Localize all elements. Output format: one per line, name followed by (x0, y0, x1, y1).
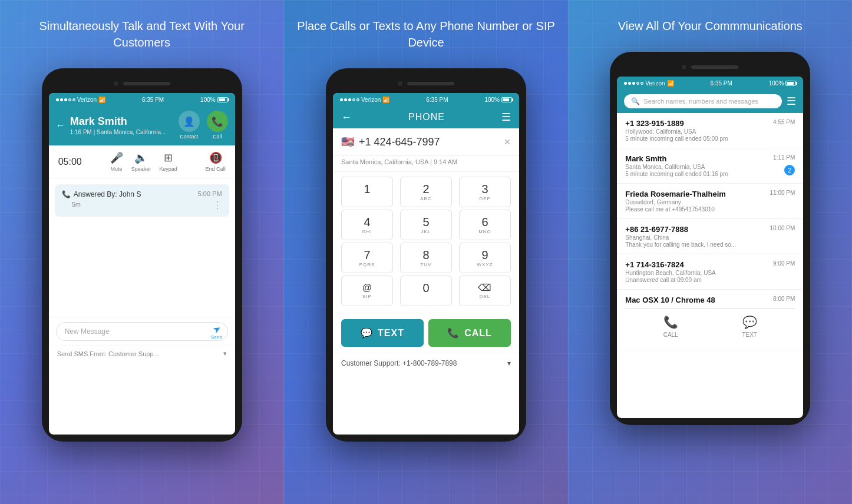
key-at[interactable]: @ SIP (341, 276, 393, 306)
call-duration: 5m (72, 201, 141, 208)
caller-id-row[interactable]: Customer Support: +1-800-789-7898 ▾ (333, 353, 519, 373)
phone-screen-right: Verizon 📶 6:35 PM 100% 🔍 Search names, n… (617, 77, 803, 418)
wifi-icon-right: 📶 (667, 80, 674, 87)
text-button[interactable]: 💬 TEXT (341, 319, 424, 347)
caller-id-label: Customer Support: +1-800-789-7898 (341, 359, 457, 367)
key-0[interactable]: 0 (400, 276, 452, 306)
end-call-icon: 📵 (209, 151, 222, 164)
status-left-r: Verizon 📶 (624, 80, 673, 87)
status-right-m: 100% (484, 97, 512, 103)
message-input[interactable]: New Message (56, 322, 228, 341)
contact-label: Contact (180, 134, 198, 140)
speaker-right (691, 65, 738, 69)
key-6[interactable]: 6 MNO (459, 210, 511, 240)
key-7[interactable]: 7 PQRS (341, 243, 393, 273)
carrier-left: Verizon (77, 97, 97, 103)
camera-middle (398, 81, 402, 86)
call-log-item: 📞 Answered By: John S 5m 5:00 PM ⋮ (55, 184, 229, 217)
footer-text-icon: 💬 (742, 315, 757, 329)
camera-right (682, 65, 686, 69)
call-button-header[interactable]: 📞 Call (207, 111, 228, 140)
comm-name-1: Mark Smith (625, 154, 795, 163)
status-left-m: Verizon 📶 (340, 97, 389, 103)
key-1[interactable]: 1 (341, 177, 393, 207)
dot3 (64, 98, 67, 101)
end-call-button[interactable]: 📵 End Call (206, 151, 226, 172)
log-more-icon[interactable]: ⋮ (213, 200, 222, 211)
comm-desc-2: Please call me at +495417543010 (625, 206, 795, 213)
contact-button[interactable]: 👤 Contact (179, 111, 200, 140)
key-4[interactable]: 4 GHI (341, 210, 393, 240)
sms-from-bar[interactable]: Send SMS From: Customer Supp... ▾ (49, 346, 235, 361)
call-button[interactable]: 📞 CALL (428, 319, 511, 347)
keypad-icon: ⊞ (164, 151, 173, 164)
dot4 (68, 98, 71, 101)
phone-notch-left (49, 75, 235, 92)
key-3[interactable]: 3 DEF (459, 177, 511, 207)
search-box[interactable]: 🔍 Search names, numbers and messages (624, 94, 782, 108)
speaker-button[interactable]: 🔈 Speaker (131, 151, 151, 172)
comm-item-2[interactable]: Frieda Rosemarie-Thalheim Dusseldorf, Ge… (617, 184, 803, 219)
comm-desc-1: 5 minute incoming call ended 01:16 pm (625, 171, 795, 177)
control-items: 🎤 Mute 🔈 Speaker ⊞ Keypad (110, 151, 177, 172)
wifi-icon-middle: 📶 (382, 97, 389, 103)
call-timer: 05:00 (58, 157, 82, 167)
speaker-middle (407, 82, 454, 85)
phone-screen-middle: Verizon 📶 6:35 PM 100% ← PHONE ☰ (333, 93, 519, 435)
dot2 (60, 98, 63, 101)
mute-button[interactable]: 🎤 Mute (110, 151, 123, 172)
comm-location-4: Huntington Beach, California, USA (625, 270, 795, 276)
text-btn-icon: 💬 (361, 327, 373, 339)
battery-left (217, 97, 228, 102)
dialer-header: ← PHONE ☰ (333, 106, 519, 128)
log-right: 5:00 PM ⋮ (198, 190, 222, 211)
comm-time-5: 8:00 PM (773, 296, 795, 302)
back-arrow-icon[interactable]: ← (56, 120, 65, 131)
key-5[interactable]: 5 JKL (400, 210, 452, 240)
footer-text-action[interactable]: 💬 TEXT (742, 315, 757, 338)
phone-right: Verizon 📶 6:35 PM 100% 🔍 Search names, n… (610, 52, 810, 425)
caller-id-dropdown-icon: ▾ (507, 359, 511, 367)
caller-details: Mark Smith 1:16 PM | Santa Monica, Calif… (70, 115, 166, 135)
keypad-button[interactable]: ⊞ Keypad (159, 151, 177, 172)
sms-from-label: Send SMS From: Customer Supp... (57, 350, 159, 357)
comm-item-4[interactable]: +1 714-316-7824 Huntington Beach, Califo… (617, 254, 803, 290)
comm-item-5[interactable]: Mac OSX 10 / Chrome 48 8:00 PM 📞 CALL 💬 … (617, 290, 803, 350)
key-9[interactable]: 9 WXYZ (459, 243, 511, 273)
mute-icon: 🎤 (110, 151, 123, 164)
comm-item-1[interactable]: Mark Smith Santa Monica, California, USA… (617, 148, 803, 184)
carrier-right: Verizon (645, 80, 665, 87)
comm-item-0[interactable]: +1 323-915-1889 Hollywood, California, U… (617, 113, 803, 148)
dialer-body: 🇺🇸 +1 424-645-7997 ✕ Santa Monica, Calif… (333, 128, 519, 373)
key-8[interactable]: 8 TUV (400, 243, 452, 273)
dot5 (72, 98, 75, 101)
comm-footer: 📞 CALL 💬 TEXT (625, 308, 795, 344)
phone-notch-middle (333, 75, 519, 92)
key-2[interactable]: 2 ABC (400, 177, 452, 207)
call-controls: 05:00 🎤 Mute 🔈 Speaker ⊞ Keypad (49, 145, 235, 178)
carrier-middle: Verizon (361, 97, 381, 103)
status-right-r: 100% (769, 80, 797, 87)
panel-left: Simultaneously Talk and Text With Your C… (0, 0, 283, 504)
send-button[interactable]: ➤ Send (211, 323, 222, 340)
footer-call-action[interactable]: 📞 CALL (663, 315, 678, 338)
clear-button[interactable]: ✕ (504, 137, 511, 147)
battery-fill-left (219, 98, 225, 101)
message-input-container: New Message ➤ Send (49, 317, 235, 346)
keypad-row-3: 7 PQRS 8 TUV 9 WXYZ (341, 243, 511, 273)
key-del[interactable]: ⌫ DEL (459, 276, 511, 306)
send-icon: ➤ (210, 322, 223, 336)
comm-desc-0: 5 minute incoming call ended 05:00 pm (625, 135, 795, 142)
call-spacer (49, 223, 235, 317)
dialer-menu-icon[interactable]: ☰ (501, 111, 511, 124)
time-middle: 6:35 PM (426, 97, 448, 103)
menu-icon-right[interactable]: ☰ (787, 95, 796, 108)
dialer-back-icon[interactable]: ← (341, 111, 352, 124)
wifi-icon-left: 📶 (98, 97, 105, 103)
battery-pct-left: 100% (200, 97, 216, 103)
call-header: ← Mark Smith 1:16 PM | Santa Monica, Cal… (49, 106, 235, 145)
comm-item-3[interactable]: +86 21-6977-7888 Shanghai, China Thank y… (617, 219, 803, 254)
phone-number-display[interactable]: +1 424-645-7997 (359, 136, 499, 148)
call-btn-icon: 📞 (447, 327, 460, 339)
comm-time-4: 9:00 PM (773, 260, 795, 267)
